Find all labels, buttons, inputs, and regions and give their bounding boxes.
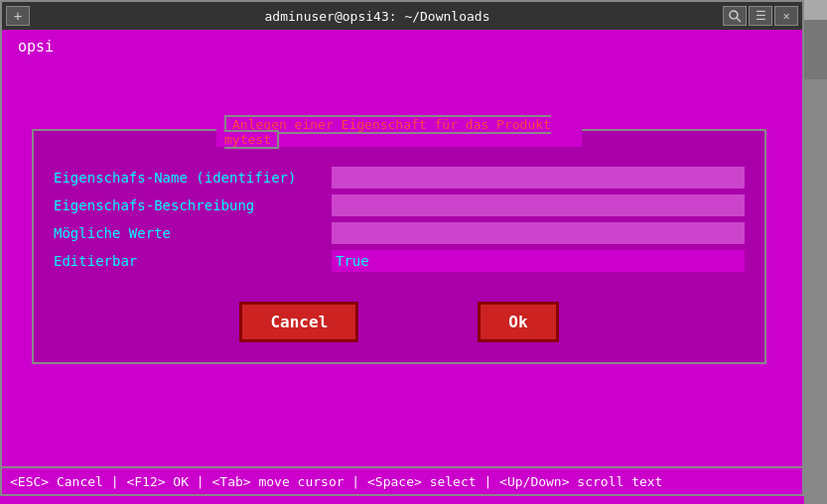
buttons-row: Cancel Ok — [54, 302, 745, 342]
label-values: Mögliche Werte — [54, 225, 332, 241]
menu-button[interactable]: ☰ — [749, 6, 772, 26]
label-description: Eigenschafs-Beschreibung — [54, 197, 332, 213]
input-values[interactable] — [332, 222, 745, 244]
label-editable: Editierbar — [54, 253, 332, 269]
input-name[interactable] — [332, 167, 745, 189]
title-bar-right: ☰ ✕ — [723, 6, 798, 26]
status-bar: <ESC> Cancel | <F12> OK | <Tab> move cur… — [2, 466, 802, 494]
window-title: adminuser@opsi43: ~/Downloads — [32, 9, 723, 24]
title-bar-left: + — [6, 6, 32, 26]
dialog-title: Anlegen einer Eigenschaft für das Produk… — [224, 115, 551, 149]
status-text: <ESC> Cancel | <F12> OK | <Tab> move cur… — [10, 474, 662, 489]
form-row-2: Eigenschafs-Beschreibung — [54, 194, 745, 216]
title-bar: + adminuser@opsi43: ~/Downloads ☰ ✕ — [2, 2, 802, 30]
svg-line-1 — [737, 18, 741, 22]
form-row-3: Mögliche Werte — [54, 222, 745, 244]
form-row-4: Editierbar True — [54, 250, 745, 272]
ok-button[interactable]: Ok — [478, 302, 558, 342]
terminal-prompt: opsi — [18, 38, 794, 56]
dialog-box: Anlegen einer Eigenschaft für das Produk… — [32, 129, 766, 364]
close-button[interactable]: ✕ — [774, 6, 798, 26]
dialog-inner: Eigenschafs-Name (identifier) Eigenschaf… — [54, 167, 745, 342]
terminal-content: opsi Anlegen einer Eigenschaft für das P… — [2, 30, 802, 466]
input-description[interactable] — [332, 194, 745, 216]
cancel-btn-wrapper: Cancel — [239, 302, 358, 342]
cancel-button[interactable]: Cancel — [239, 302, 358, 342]
right-scrollbar-panel — [804, 0, 827, 504]
label-name: Eigenschafs-Name (identifier) — [54, 170, 332, 186]
value-editable: True — [332, 250, 745, 272]
svg-point-0 — [730, 11, 738, 19]
search-button[interactable] — [723, 6, 747, 26]
add-tab-button[interactable]: + — [6, 6, 30, 26]
ok-btn-wrapper: Ok — [478, 302, 558, 342]
terminal-window: + adminuser@opsi43: ~/Downloads ☰ ✕ opsi… — [0, 0, 804, 496]
form-row-1: Eigenschafs-Name (identifier) — [54, 167, 745, 189]
